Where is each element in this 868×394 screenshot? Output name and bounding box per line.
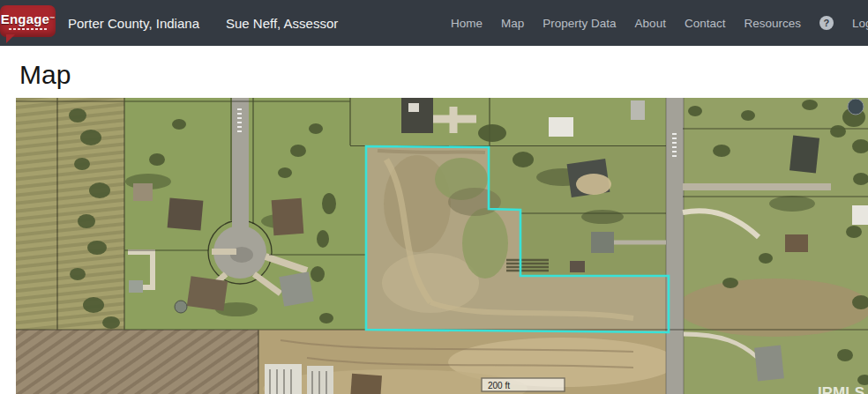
page-title: Map xyxy=(19,60,868,90)
driveway-road-east xyxy=(683,183,831,190)
house-fareast-2 xyxy=(785,234,808,252)
nav-item-home[interactable]: Home xyxy=(451,17,483,30)
main-nav: Home Map Property Data About Contact Res… xyxy=(451,16,868,30)
irmls-watermark: IRMLS xyxy=(818,384,864,394)
nav-item-login[interactable]: Login xyxy=(852,17,868,30)
map-scale-bar: 200 ft xyxy=(482,378,565,391)
dirt-patch-southeast xyxy=(677,279,868,337)
nav-item-contact[interactable]: Contact xyxy=(685,17,726,30)
house-culdesac-nw xyxy=(168,197,204,230)
help-icon[interactable]: ? xyxy=(819,16,834,30)
nav-item-resources[interactable]: Resources xyxy=(744,17,801,30)
building-east-edge xyxy=(852,205,868,225)
house-culdesac-se xyxy=(279,271,313,306)
parcel-shadow xyxy=(448,188,501,216)
assessor-name: Sue Neff, Assessor xyxy=(226,16,338,31)
scrub-field-southwest xyxy=(16,330,258,394)
nav-item-property-data[interactable]: Property Data xyxy=(542,17,616,30)
map-canvas[interactable]: 200 ft IRMLS xyxy=(16,98,868,394)
barn-north-white xyxy=(549,117,573,137)
trademark-symbol: ™ xyxy=(49,16,55,21)
house-culdesac-ne xyxy=(272,198,304,235)
county-title: Porter County, Indiana xyxy=(68,16,199,31)
house-south-brown xyxy=(350,374,382,394)
house-east-2 xyxy=(591,232,614,253)
logo-tagline xyxy=(9,28,48,30)
nav-item-about[interactable]: About xyxy=(635,17,666,30)
nav-item-map[interactable]: Map xyxy=(501,17,524,30)
top-navigation-bar: Engage™ Porter County, Indiana Sue Neff,… xyxy=(0,0,868,46)
shed-in-notch xyxy=(570,261,585,272)
house-fareast-3 xyxy=(754,346,784,382)
engage-logo-text: Engage™ xyxy=(1,12,56,26)
dirt-trail-3 xyxy=(378,151,485,152)
crop-field-west xyxy=(16,98,124,330)
building-north-gray xyxy=(631,100,645,120)
house-culdesac-sw xyxy=(187,276,228,311)
house-fareast-1 xyxy=(789,136,819,174)
pond-tank-northeast xyxy=(848,99,864,115)
parcel-grass-patch-2 xyxy=(462,208,508,279)
yard-patch xyxy=(576,174,611,195)
engage-logo[interactable]: Engage™ xyxy=(0,5,56,37)
house-west-small xyxy=(133,183,153,201)
driveway-culdesac-west xyxy=(212,249,236,255)
shed-west xyxy=(129,280,143,293)
scale-bar-label: 200 ft xyxy=(488,381,510,390)
silo-tank xyxy=(175,301,187,313)
